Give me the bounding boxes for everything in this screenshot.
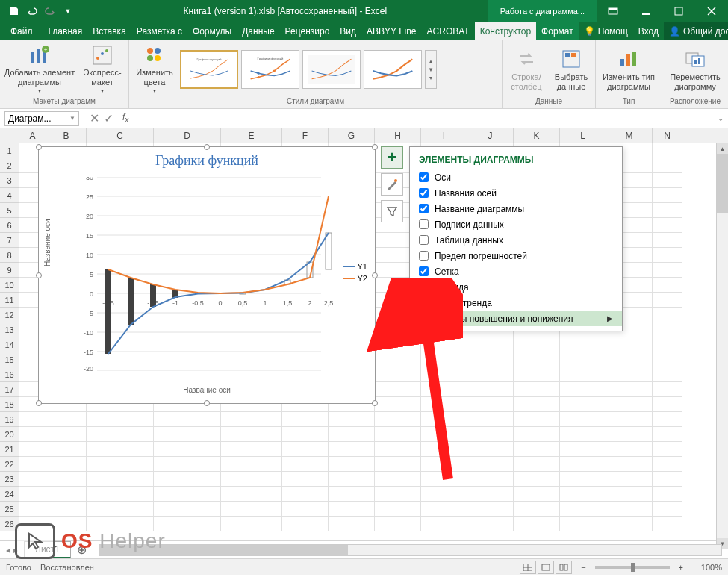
chart-style-1[interactable]: Графики функций <box>180 50 238 89</box>
chart-element-option[interactable]: Легенда <box>410 279 622 295</box>
chart-element-option[interactable]: Таблица данных <box>410 232 622 248</box>
add-sheet-button[interactable]: ⊕ <box>71 543 93 557</box>
select-all-corner[interactable] <box>0 128 19 143</box>
zoom-out-icon[interactable]: − <box>581 563 585 572</box>
undo-icon[interactable] <box>24 3 40 19</box>
column-header[interactable]: N <box>653 128 682 143</box>
row-header[interactable]: 5 <box>0 203 19 218</box>
chart-title[interactable]: Графики функций <box>39 147 375 169</box>
switch-row-column-button[interactable]: Строка/столбец <box>505 44 547 95</box>
row-header[interactable]: 11 <box>0 293 19 308</box>
row-header[interactable]: 14 <box>0 337 19 352</box>
row-header[interactable]: 25 <box>0 502 19 517</box>
tab-layout[interactable]: Разметка с <box>131 22 187 40</box>
column-header[interactable]: M <box>606 128 653 143</box>
view-normal-icon[interactable] <box>520 561 536 574</box>
row-header[interactable]: 17 <box>0 382 19 397</box>
row-header[interactable]: 15 <box>0 352 19 367</box>
row-header[interactable]: 6 <box>0 218 19 233</box>
column-header[interactable]: K <box>514 128 560 143</box>
checkbox[interactable] <box>419 235 429 245</box>
chart-element-option[interactable]: Оси <box>410 169 622 185</box>
qat-customize-icon[interactable]: ▼ <box>60 3 76 19</box>
tab-review[interactable]: Рецензиро <box>280 22 335 40</box>
tab-data[interactable]: Данные <box>237 22 279 40</box>
row-header[interactable]: 23 <box>0 472 19 487</box>
enter-formula-icon[interactable]: ✓ <box>104 111 113 125</box>
close-icon[interactable] <box>695 0 728 22</box>
tab-help[interactable]: 💡Помощ <box>579 22 633 40</box>
column-header[interactable]: B <box>46 128 87 143</box>
formula-expand-icon[interactable]: ⌄ <box>713 114 728 122</box>
chart-style-2[interactable]: Графики функций <box>241 50 299 89</box>
chart-style-4[interactable] <box>364 50 422 89</box>
tab-format[interactable]: Формат <box>536 22 579 40</box>
column-header[interactable]: D <box>154 128 221 143</box>
chart-element-option[interactable]: Названия осей <box>410 185 622 201</box>
chart-element-option[interactable]: Полосы повышения и понижения▶ <box>410 311 622 326</box>
checkbox[interactable] <box>419 204 429 213</box>
row-header[interactable]: 18 <box>0 397 19 412</box>
tab-share[interactable]: 👤Общий доступ <box>664 22 728 40</box>
expand-arrow-icon[interactable]: ▶ <box>607 314 613 322</box>
formula-input[interactable] <box>131 111 713 126</box>
column-header[interactable]: F <box>282 128 329 143</box>
row-header[interactable]: 9 <box>0 263 19 278</box>
row-header[interactable]: 19 <box>0 412 19 427</box>
row-header[interactable]: 4 <box>0 188 19 203</box>
row-header[interactable]: 20 <box>0 427 19 442</box>
view-page-break-icon[interactable] <box>556 561 572 574</box>
minimize-icon[interactable] <box>629 0 662 22</box>
checkbox[interactable] <box>419 219 429 229</box>
row-header[interactable]: 21 <box>0 442 19 457</box>
move-chart-button[interactable]: Переместить диаграмму <box>665 44 725 95</box>
zoom-in-icon[interactable]: + <box>679 563 683 572</box>
checkbox[interactable] <box>419 314 429 323</box>
chart-elements-button[interactable]: + <box>381 146 403 169</box>
gallery-expand-button[interactable]: ▲▼▾ <box>425 50 437 89</box>
column-header[interactable]: I <box>421 128 467 143</box>
checkbox[interactable] <box>419 251 429 261</box>
cancel-formula-icon[interactable]: ✕ <box>90 111 99 125</box>
chart-object[interactable]: Графики функций Название оси 30252015105… <box>38 146 376 404</box>
row-header[interactable]: 2 <box>0 158 19 173</box>
scroll-up-icon[interactable]: ▲ <box>717 143 728 154</box>
column-header[interactable]: E <box>221 128 282 143</box>
column-header[interactable]: L <box>560 128 606 143</box>
tab-insert[interactable]: Вставка <box>87 22 131 40</box>
row-header[interactable]: 26 <box>0 517 19 531</box>
checkbox[interactable] <box>419 266 429 276</box>
x-axis-label[interactable]: Название оси <box>39 386 375 394</box>
change-chart-type-button[interactable]: Изменить тип диаграммы <box>599 44 659 95</box>
ribbon-options-icon[interactable] <box>597 0 629 22</box>
chart-element-option[interactable]: Предел погрешностей <box>410 248 622 264</box>
row-header[interactable]: 16 <box>0 367 19 382</box>
zoom-slider[interactable] <box>595 566 670 569</box>
checkbox[interactable] <box>419 172 429 182</box>
column-header[interactable]: A <box>19 128 46 143</box>
row-header[interactable]: 1 <box>0 143 19 158</box>
chart-plot-area[interactable]: 302520151050-5-10-15-20 -2,5-2-1,5-1-0,5… <box>75 177 336 371</box>
row-header[interactable]: 8 <box>0 248 19 263</box>
view-page-layout-icon[interactable] <box>538 561 554 574</box>
chart-legend[interactable]: Y1 Y2 <box>343 259 367 286</box>
save-icon[interactable] <box>6 3 22 19</box>
tab-home[interactable]: Главная <box>43 22 88 40</box>
add-chart-element-button[interactable]: + Добавить элемент диаграммы ▾ <box>3 44 76 95</box>
horizontal-scrollbar[interactable] <box>99 544 722 556</box>
row-header[interactable]: 24 <box>0 487 19 502</box>
row-header[interactable]: 12 <box>0 308 19 322</box>
row-header[interactable]: 22 <box>0 457 19 472</box>
row-header[interactable]: 10 <box>0 278 19 293</box>
quick-layout-button[interactable]: Экспресс-макет ▾ <box>79 44 125 95</box>
tab-acrobat[interactable]: ACROBAT <box>422 22 475 40</box>
tab-abbyy[interactable]: ABBYY Fine <box>361 22 421 40</box>
tab-file[interactable]: Файл <box>0 22 43 40</box>
chart-element-option[interactable]: Сетка <box>410 264 622 279</box>
tab-design[interactable]: Конструктор <box>475 22 536 40</box>
select-data-button[interactable]: Выбрать данные <box>550 44 592 95</box>
row-header[interactable]: 7 <box>0 233 19 248</box>
y-axis-label[interactable]: Название оси <box>43 219 52 266</box>
chart-styles-button[interactable] <box>381 173 403 196</box>
checkbox[interactable] <box>419 298 429 308</box>
